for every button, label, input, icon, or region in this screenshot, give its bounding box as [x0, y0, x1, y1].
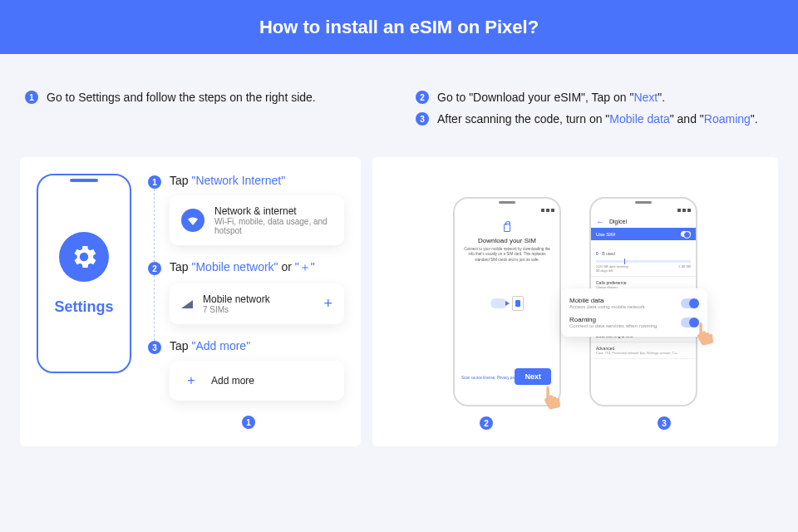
- foot-3: 3: [658, 416, 671, 430]
- wifi-icon: [181, 209, 204, 232]
- panel-left: Settings 1 Tap "Network Internet" Networ…: [20, 157, 361, 446]
- plus-icon: +: [181, 371, 201, 391]
- carrier-screen: ← Digicel Use SIM 0 B used 2.00 GB data …: [589, 197, 697, 406]
- mobile-data-toggle[interactable]: Mobile dataAccess data using mobile netw…: [569, 293, 699, 313]
- card-title: Network & internet: [214, 205, 332, 217]
- next-button[interactable]: Next: [515, 368, 551, 385]
- pointer-icon: [537, 384, 565, 412]
- download-sim-screen: Download your SIM Connect to your mobile…: [453, 197, 561, 406]
- dl-title: Download your SIM: [478, 237, 536, 244]
- step-3-title: Tap "Add more": [170, 339, 344, 352]
- toggles-callout: Mobile dataAccess data using mobile netw…: [561, 288, 707, 337]
- step-1-bullet: 1: [148, 175, 161, 189]
- step-1-title: Tap "Network Internet": [170, 174, 344, 187]
- card-sub: Wi-Fi, mobile, data usage, and hotspot: [214, 217, 332, 235]
- bullet-2: 2: [416, 91, 429, 104]
- top-instructions: 1 Go to Settings and follow the steps on…: [20, 91, 778, 134]
- dl-desc: Connect to your mobile network by downlo…: [461, 247, 553, 263]
- page-title: How to install an eSIM on Pixel?: [259, 17, 539, 38]
- step-3: 3 Tap "Add more" + Add more: [153, 339, 344, 401]
- dl-illustration: [490, 296, 524, 311]
- mobile-network-card[interactable]: Mobile network 7 SIMs +: [170, 283, 344, 324]
- add-more-card[interactable]: + Add more: [170, 361, 344, 401]
- bullet-3: 3: [416, 112, 429, 126]
- card-title: Mobile network: [203, 293, 313, 305]
- panel-right: Download your SIM Connect to your mobile…: [372, 157, 778, 446]
- instruction-1-text: Go to Settings and follow the steps on t…: [47, 91, 316, 104]
- card-title: Add more: [211, 375, 332, 387]
- settings-label: Settings: [54, 298, 113, 316]
- carrier-name: Digicel: [609, 219, 627, 224]
- signal-icon: [181, 300, 193, 308]
- statusbar: [455, 205, 559, 215]
- data-usage: 0 B used 2.00 GB data warning2.00 GB 30 …: [591, 240, 696, 277]
- instruction-3: 3 After scanning the code, turn on "Mobi…: [416, 112, 778, 126]
- gear-icon: [59, 232, 109, 282]
- sim-icon: [512, 296, 524, 311]
- foot-2: 2: [480, 416, 493, 430]
- bullet-1: 1: [25, 91, 38, 104]
- carrier-header: ← Digicel: [591, 215, 696, 228]
- switch-icon: [681, 298, 699, 308]
- roaming-toggle[interactable]: RoamingConnect to data services when roa…: [569, 313, 699, 332]
- card-sub: 7 SIMs: [203, 305, 313, 314]
- advanced[interactable]: AdvancedCost: 713, Protected network lip…: [591, 342, 696, 359]
- settings-phone: Settings: [37, 174, 131, 373]
- toggle-icon: [681, 231, 691, 237]
- header: How to install an eSIM on Pixel?: [0, 0, 798, 54]
- cloud-icon: [490, 298, 507, 308]
- step-2-bullet: 2: [148, 262, 161, 275]
- instruction-3-text: After scanning the code, turn on "Mobile…: [437, 112, 758, 126]
- lock-icon: [504, 224, 510, 232]
- step-3-bullet: 3: [148, 341, 161, 354]
- instruction-2: 2 Go to "Download your eSIM", Tap on "Ne…: [416, 91, 778, 104]
- instruction-1: 1 Go to Settings and follow the steps on…: [25, 91, 387, 104]
- step-2: 2 Tap "Mobile network" or "＋" Mobile net…: [153, 260, 344, 324]
- instruction-2-text: Go to "Download your eSIM", Tap on "Next…: [437, 91, 665, 104]
- back-icon[interactable]: ←: [596, 217, 604, 226]
- statusbar: [591, 205, 696, 215]
- foot-1: 1: [242, 416, 255, 429]
- step-1: 1 Tap "Network Internet" Network & inter…: [153, 174, 344, 245]
- plus-icon[interactable]: +: [323, 295, 332, 313]
- use-sim-toggle[interactable]: Use SIM: [591, 228, 696, 240]
- privacy-link[interactable]: Scan source license, Privacy path: [461, 376, 518, 380]
- pointer-icon: [690, 320, 718, 348]
- step-2-title: Tap "Mobile network" or "＋": [170, 260, 344, 275]
- network-internet-card[interactable]: Network & internet Wi-Fi, mobile, data u…: [170, 195, 344, 245]
